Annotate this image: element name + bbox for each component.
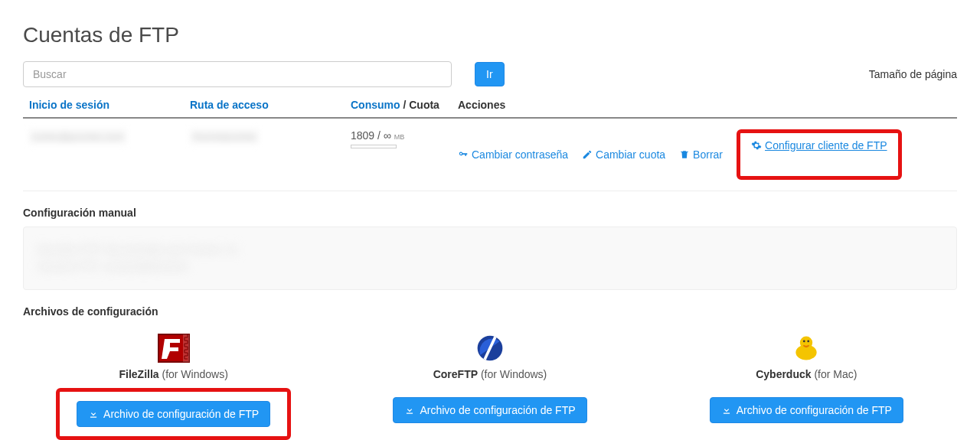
download-coreftp-button[interactable]: Archivo de configuración de FTP (393, 397, 586, 423)
page-title: Cuentas de FTP (23, 23, 957, 47)
trash-icon (679, 149, 690, 160)
col-path-header[interactable]: Ruta de acceso (190, 99, 269, 111)
clients-row: FileZilla (for Windows) Archivo de confi… (23, 333, 957, 440)
svg-point-7 (808, 340, 810, 342)
table-row: cortes@pcortes.com /home/pcortes 1809 / … (23, 119, 957, 191)
download-icon (88, 409, 99, 419)
manual-config-box: Servidor FTP: ftp.example.com Puerto: 21… (23, 227, 957, 290)
search-input[interactable] (23, 61, 452, 87)
client-filezilla: FileZilla (for Windows) Archivo de confi… (23, 333, 324, 440)
svg-point-6 (803, 340, 805, 342)
col-quota-header: Cuota (409, 99, 439, 111)
client-name: FileZilla (for Windows) (119, 368, 227, 380)
usage-text: 1809 / ∞ MB (351, 129, 446, 142)
change-quota-link[interactable]: Cambiar cuota (582, 148, 665, 161)
col-login-header[interactable]: Inicio de sesión (29, 99, 109, 111)
download-cyberduck-button[interactable]: Archivo de configuración de FTP (710, 397, 903, 423)
config-files-title: Archivos de configuración (23, 305, 957, 318)
download-icon (404, 405, 415, 416)
go-button[interactable]: Ir (475, 62, 505, 86)
configure-client-link[interactable]: Configurar cliente de FTP (751, 139, 887, 152)
col-actions-header: Acciones (458, 99, 505, 111)
key-icon (458, 149, 469, 160)
path-value: /home/pcortes (190, 129, 259, 144)
client-name: CoreFTP (for Windows) (433, 368, 547, 380)
login-value: cortes@pcortes.com (29, 129, 126, 144)
client-cyberduck: Cyberduck (for Mac) Archivo de configura… (656, 333, 957, 440)
gear-icon (751, 140, 762, 151)
manual-config-title: Configuración manual (23, 207, 957, 219)
highlight-configure: Configurar cliente de FTP (737, 129, 902, 180)
download-icon (721, 405, 732, 416)
col-usage-header[interactable]: Consumo (351, 99, 400, 111)
highlight-filezilla-download: Archivo de configuración de FTP (56, 388, 291, 440)
coreftp-icon (473, 333, 507, 363)
change-password-link[interactable]: Cambiar contraseña (458, 148, 568, 161)
page-size-label: Tamaño de página (869, 68, 957, 80)
filezilla-icon (157, 333, 191, 363)
client-coreftp: CoreFTP (for Windows) Archivo de configu… (339, 333, 640, 440)
pencil-icon (582, 149, 593, 160)
cyberduck-icon (789, 333, 823, 363)
client-name: Cyberduck (for Mac) (756, 368, 857, 380)
download-filezilla-button[interactable]: Archivo de configuración de FTP (77, 401, 270, 427)
svg-rect-1 (183, 334, 189, 362)
search-row: Ir Tamaño de página (23, 61, 957, 87)
usage-progress (351, 145, 397, 148)
delete-link[interactable]: Borrar (679, 148, 723, 161)
table-header: Inicio de sesión Ruta de acceso Consumo … (23, 99, 957, 119)
